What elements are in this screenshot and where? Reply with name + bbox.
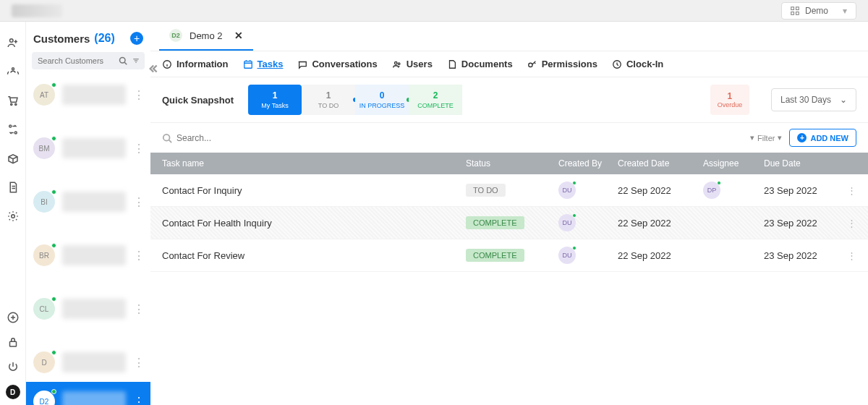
row-menu-icon[interactable]: ⋮ bbox=[842, 218, 856, 229]
tab-users[interactable]: Users bbox=[392, 59, 433, 69]
customer-item[interactable]: BM⋮ bbox=[26, 129, 150, 168]
cart-icon[interactable] bbox=[7, 94, 20, 107]
nav-rail: D bbox=[0, 22, 26, 405]
tab-label: Demo 2 bbox=[190, 30, 223, 41]
table-row[interactable]: Contact For Health Inquiry COMPLETE DU 2… bbox=[150, 207, 868, 239]
gear-icon[interactable] bbox=[7, 210, 20, 223]
tasks-icon bbox=[243, 59, 253, 69]
snapshot-todo[interactable]: 1TO DO bbox=[302, 85, 355, 115]
customer-item[interactable]: D⋮ bbox=[26, 343, 150, 382]
presence-dot bbox=[51, 389, 56, 394]
add-person-icon[interactable] bbox=[7, 36, 20, 49]
tab-tasks[interactable]: Tasks bbox=[243, 59, 284, 69]
svg-point-18 bbox=[528, 63, 532, 67]
date-range-dropdown[interactable]: Last 30 Days⌄ bbox=[771, 88, 856, 111]
table-header: Task name Status Created By Created Date… bbox=[150, 153, 868, 174]
row-menu-icon[interactable]: ⋮ bbox=[842, 250, 856, 261]
main-content: D2 Demo 2 ✕ Information Tasks Conversati… bbox=[150, 22, 868, 405]
table-row[interactable]: Contact For Review COMPLETE DU 22 Sep 20… bbox=[150, 239, 868, 272]
svg-rect-12 bbox=[9, 341, 16, 346]
customer-avatar: BR bbox=[33, 244, 55, 266]
search-icon bbox=[162, 133, 172, 143]
plus-circle-icon[interactable] bbox=[7, 311, 20, 324]
customer-menu-icon[interactable]: ⋮ bbox=[133, 195, 143, 209]
cell-status: TO DO bbox=[466, 184, 558, 197]
chevron-down-icon: ▾ bbox=[843, 6, 847, 16]
tab-conversations[interactable]: Conversations bbox=[297, 59, 377, 69]
customer-menu-icon[interactable]: ⋮ bbox=[133, 395, 143, 406]
info-icon bbox=[162, 59, 172, 69]
transfer-icon[interactable] bbox=[7, 123, 20, 136]
snapshot-mytasks[interactable]: 1My Tasks bbox=[248, 85, 302, 115]
col-status: Status bbox=[466, 158, 558, 169]
user-avatar-dot[interactable]: D bbox=[6, 385, 20, 399]
customer-menu-icon[interactable]: ⋮ bbox=[133, 249, 143, 263]
presence-dot bbox=[51, 136, 56, 141]
table-row[interactable]: Contact For Inquiry TO DO DU 22 Sep 2022… bbox=[150, 174, 868, 207]
customer-avatar: CL bbox=[33, 298, 55, 320]
snapshot-complete[interactable]: 2COMPLETE bbox=[409, 85, 462, 115]
customer-item[interactable]: D2⋮ bbox=[26, 382, 150, 405]
snapshot-label: Quick Snapshot bbox=[162, 95, 234, 106]
close-tab-icon[interactable]: ✕ bbox=[234, 30, 243, 41]
customer-menu-icon[interactable]: ⋮ bbox=[133, 142, 143, 155]
presence-dot bbox=[51, 297, 56, 302]
col-due-date: Due Date bbox=[764, 158, 842, 169]
col-assignee: Assignee bbox=[703, 158, 764, 169]
customer-menu-icon[interactable]: ⋮ bbox=[133, 356, 143, 370]
tab-clockin[interactable]: Clock-In bbox=[612, 59, 663, 69]
customer-menu-icon[interactable]: ⋮ bbox=[133, 88, 143, 102]
task-search-input[interactable] bbox=[176, 133, 743, 143]
svg-rect-3 bbox=[796, 12, 799, 14]
power-icon[interactable] bbox=[7, 360, 20, 373]
customer-item[interactable]: AT⋮ bbox=[26, 75, 150, 114]
tab-information[interactable]: Information bbox=[162, 59, 229, 69]
workspace-label: Demo bbox=[805, 6, 828, 16]
filter-settings-icon[interactable] bbox=[132, 56, 140, 65]
svg-rect-0 bbox=[791, 7, 794, 9]
community-icon[interactable] bbox=[7, 65, 20, 78]
customer-avatar: D bbox=[33, 351, 55, 373]
svg-rect-1 bbox=[796, 7, 799, 9]
collapse-sidebar-icon[interactable] bbox=[146, 62, 159, 75]
sidebar-count: (26) bbox=[94, 32, 114, 45]
row-menu-icon[interactable]: ⋮ bbox=[842, 185, 856, 196]
cell-created-date: 22 Sep 2022 bbox=[618, 218, 703, 229]
workspace-dropdown[interactable]: Demo ▾ bbox=[781, 2, 856, 20]
tab-documents[interactable]: Documents bbox=[447, 59, 513, 69]
lock-icon[interactable] bbox=[7, 336, 20, 349]
document-icon[interactable] bbox=[7, 181, 20, 194]
app-logo bbox=[12, 4, 62, 17]
svg-rect-2 bbox=[791, 12, 794, 14]
search-customers-input[interactable] bbox=[32, 52, 145, 69]
presence-dot bbox=[51, 350, 56, 355]
customer-item[interactable]: CL⋮ bbox=[26, 289, 150, 328]
customer-item[interactable]: BI⋮ bbox=[26, 182, 150, 221]
cell-status: COMPLETE bbox=[466, 249, 558, 262]
snapshot-inprogress[interactable]: 0IN PROGRESS bbox=[355, 85, 409, 115]
tab-badge: D2 bbox=[169, 29, 182, 42]
svg-point-4 bbox=[9, 39, 13, 43]
cell-task-name: Contact For Review bbox=[162, 250, 466, 261]
customer-menu-icon[interactable]: ⋮ bbox=[133, 302, 143, 316]
col-task-name: Task name bbox=[162, 158, 466, 169]
svg-point-5 bbox=[12, 68, 14, 70]
presence-dot bbox=[51, 243, 56, 248]
package-icon[interactable] bbox=[7, 152, 20, 165]
customer-name-blurred bbox=[62, 138, 126, 158]
filter-button[interactable]: ▾Filter▾ bbox=[750, 133, 782, 142]
svg-point-20 bbox=[163, 134, 170, 140]
table-body: Contact For Inquiry TO DO DU 22 Sep 2022… bbox=[150, 174, 868, 272]
snapshot-overdue[interactable]: 1Overdue bbox=[710, 85, 749, 115]
customer-name-blurred bbox=[62, 391, 126, 405]
add-customer-button[interactable]: + bbox=[130, 32, 143, 45]
customer-tab[interactable]: D2 Demo 2 ✕ bbox=[159, 22, 253, 51]
cell-assignee: DP bbox=[703, 182, 764, 199]
svg-point-17 bbox=[398, 62, 400, 64]
add-new-button[interactable]: +ADD NEW bbox=[789, 129, 856, 147]
cell-created-by: DU bbox=[558, 182, 618, 199]
customer-item[interactable]: BR⋮ bbox=[26, 236, 150, 275]
chevron-down-icon: ▾ bbox=[778, 133, 782, 142]
tab-permissions[interactable]: Permissions bbox=[527, 59, 597, 69]
search-icon[interactable] bbox=[119, 56, 127, 65]
